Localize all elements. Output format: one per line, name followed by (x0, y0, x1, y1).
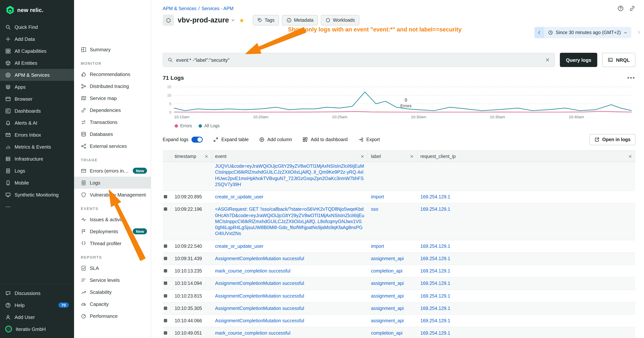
global-nav-metrics-events[interactable]: Metrics & Events (0, 141, 74, 153)
log-ip-link[interactable]: 169.254.129.1 (420, 306, 450, 311)
favorite-star-icon[interactable]: ★ (239, 17, 244, 24)
global-nav-alerts-ai[interactable]: Alerts & AI (0, 117, 74, 129)
column-header-request-client-ip[interactable]: request_client_ip (417, 151, 636, 162)
global-nav-logs[interactable]: Logs (0, 165, 74, 177)
sidebar-item-distributed-tracing[interactable]: Distributed tracing (74, 80, 151, 92)
sidebar-item-summary[interactable]: Summary (74, 44, 151, 55)
sidebar-item-sla[interactable]: SLA (74, 262, 151, 274)
clear-search-icon[interactable] (545, 57, 550, 63)
sidebar-item-vulnerability-management[interactable]: Vulnerability Management (74, 189, 151, 201)
sidebar-item-performance[interactable]: Performance (74, 310, 151, 322)
time-picker[interactable]: Since 30 minutes ago (GMT+2) (534, 27, 631, 38)
legend-item-all-logs[interactable]: All Logs (199, 124, 220, 128)
global-nav-apm-services[interactable]: APM & Services (0, 69, 74, 81)
log-event-link[interactable]: AssignmentCompletionMutation successful (215, 306, 304, 311)
global-nav-iterativ-gmbh[interactable]: Iterativ GmbH (0, 323, 74, 335)
log-ip-link[interactable]: 169.254.129.1 (420, 318, 450, 323)
column-header-label[interactable]: label (368, 151, 417, 162)
row-expand-handle[interactable] (164, 244, 167, 248)
log-ip-link[interactable]: 169.254.129.1 (420, 207, 450, 212)
export-button[interactable]: Export (358, 137, 380, 142)
log-label-link[interactable]: import (371, 194, 384, 199)
row-expand-handle[interactable] (164, 306, 167, 310)
global-nav-add-user[interactable]: Add User (0, 311, 74, 323)
log-ip-link[interactable]: 169.254.129.1 (420, 256, 450, 261)
permalink-icon[interactable] (629, 5, 636, 12)
log-label-link[interactable]: assignment_api (371, 306, 404, 311)
sidebar-item-errors-errors-inb[interactable]: Errors (errors inb...New (74, 165, 151, 177)
global-nav-infrastructure[interactable]: Infrastructure (0, 153, 74, 165)
query-logs-button[interactable]: Query logs (560, 53, 597, 67)
sidebar-item-service-levels[interactable]: Service levels (74, 274, 151, 286)
chart-more-menu[interactable]: ••• (627, 75, 636, 81)
log-event-link[interactable]: AssignmentCompletionMutation successful (215, 318, 304, 323)
sidebar-item-recommendations[interactable]: Recommendations (74, 68, 151, 80)
column-header-timestamp[interactable]: timestamp (172, 151, 212, 162)
global-nav-help[interactable]: Help70 (0, 299, 74, 311)
add-to-dashboard-button[interactable]: Add to dashboard (302, 137, 348, 142)
global-nav-browser[interactable]: Browser (0, 93, 74, 105)
column-header-event[interactable]: event (212, 151, 368, 162)
row-expand-handle[interactable] (164, 331, 167, 335)
remove-column-icon[interactable] (410, 154, 414, 159)
log-label-link[interactable]: completion_api (371, 268, 402, 274)
log-label-link[interactable]: import (371, 243, 384, 249)
log-label-link[interactable]: sso (371, 207, 378, 212)
log-event-link[interactable]: mark_course_completion successful (215, 268, 290, 274)
sidebar-item-issues-activity[interactable]: Issues & activity (74, 213, 151, 225)
sidebar-item-scalability[interactable]: Scalability (74, 286, 151, 298)
log-search-box[interactable] (163, 53, 555, 67)
log-event-link[interactable]: mark_course_completion successful (215, 331, 290, 336)
time-back-button[interactable] (534, 27, 544, 38)
sidebar-item-logs[interactable]: Logs (74, 177, 151, 189)
row-expand-handle[interactable] (164, 257, 167, 260)
open-in-logs-button[interactable]: Open in logs (590, 134, 636, 145)
breadcrumb-services-apm[interactable]: Services - APM (202, 6, 234, 11)
remove-column-icon[interactable] (628, 154, 632, 159)
log-search-input[interactable] (176, 57, 542, 63)
log-event-link[interactable]: create_or_update_user (215, 194, 264, 199)
sidebar-item-capacity[interactable]: Capacity (74, 298, 151, 310)
metadata-button[interactable]: Metadata (282, 15, 318, 26)
log-label-link[interactable]: assignment_api (371, 281, 404, 286)
global-nav-apps[interactable]: Apps (0, 81, 74, 93)
global-nav-errors-inbox[interactable]: Errors Inbox (0, 129, 74, 141)
global-nav-all-capabilities[interactable]: All Capabilities (0, 45, 74, 57)
expand-table-button[interactable]: Expand table (213, 137, 249, 142)
workloads-button[interactable]: Workloads (321, 15, 360, 26)
add-column-button[interactable]: Add column (259, 137, 292, 142)
tags-button[interactable]: Tags (253, 15, 279, 26)
legend-item-errors[interactable]: Errors (175, 124, 192, 128)
global-nav-all-entities[interactable]: All Entities (0, 57, 74, 69)
expand-logs-toggle[interactable] (192, 137, 203, 143)
log-event-link[interactable]: AssignmentCompletionMutation successful (215, 281, 304, 286)
log-event-link[interactable]: create_or_update_user (215, 243, 264, 249)
row-expand-handle[interactable] (164, 319, 167, 322)
global-nav-dashboards[interactable]: Dashboards (0, 105, 74, 117)
row-expand-handle[interactable] (164, 294, 167, 297)
sidebar-item-thread-profiler[interactable]: Thread profiler (74, 237, 151, 249)
sidebar-item-databases[interactable]: Databases (74, 128, 151, 140)
remove-column-icon[interactable] (360, 154, 365, 159)
global-nav-more[interactable] (0, 201, 74, 213)
log-label-link[interactable]: assignment_api (371, 318, 404, 323)
log-ip-link[interactable]: 169.254.129.1 (420, 243, 450, 249)
logs-timeline-chart[interactable]: 05101510:15am10:20am10:25am10:30am10:35a… (163, 84, 636, 123)
row-expand-handle[interactable] (164, 269, 167, 272)
row-expand-handle[interactable] (164, 282, 167, 285)
sidebar-item-service-map[interactable]: Service map (74, 92, 151, 104)
log-label-link[interactable]: assignment_api (371, 293, 404, 298)
time-forward-button[interactable] (636, 29, 641, 36)
global-nav-mobile[interactable]: Mobile (0, 177, 74, 189)
log-ip-link[interactable]: 169.254.129.1 (420, 281, 450, 286)
remove-column-icon[interactable] (204, 154, 209, 159)
sidebar-item-deployments[interactable]: DeploymentsNew (74, 225, 151, 237)
newrelic-logo[interactable]: new relic. (0, 0, 74, 18)
log-event-link[interactable]: AssignmentCompletionMutation successful (215, 293, 304, 298)
log-label-link[interactable]: assignment_api (371, 256, 404, 261)
row-expand-handle[interactable] (164, 195, 167, 198)
help-circle-icon[interactable] (618, 5, 624, 12)
log-ip-link[interactable]: 169.254.129.1 (420, 194, 450, 199)
log-event-link[interactable]: <ASGIRequest: GET '/sso/callback/?state=… (215, 207, 364, 236)
nrql-button[interactable]: NRQL (602, 53, 636, 67)
